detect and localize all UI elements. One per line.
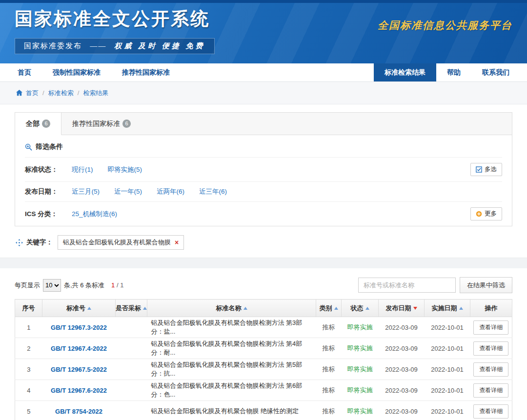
standard-code-link[interactable]: GB/T 12967.6-2022 <box>51 387 107 394</box>
filter-row-ics: ICS 分类： 25_机械制造(6) 更多 <box>25 201 502 226</box>
tagline: 权威 及时 便捷 免费 <box>114 42 205 50</box>
keyword-label: 关键字： <box>26 238 53 247</box>
table-row: 3 GB/T 12967.5-2022 铝及铝合金阳极氧化膜及有机聚合物膜检测方… <box>15 359 512 380</box>
filter-option-ics-25[interactable]: 25_机械制造(6) <box>72 210 117 219</box>
status-cell: 即将实施 <box>342 359 379 380</box>
col-header-code[interactable]: 标准号 <box>42 300 116 317</box>
filter-label-status: 标准状态： <box>25 165 72 174</box>
breadcrumb-separator: / <box>78 89 80 97</box>
publisher-text: 国家标准委发布 <box>24 41 82 50</box>
filter-option-1year[interactable]: 近一年(5) <box>114 187 142 196</box>
status-cell: 即将实施 <box>342 401 379 420</box>
table-row: 1 GB/T 12967.3-2022 铝及铝合金阳极氧化膜及有机聚合物膜检测方… <box>15 317 512 338</box>
per-page-prefix: 每页显示 <box>15 281 40 290</box>
nav-item-recommended-standards[interactable]: 推荐性国家标准 <box>111 63 181 81</box>
breadcrumb-current: 检索结果 <box>83 89 108 98</box>
check-square-icon <box>476 166 482 173</box>
standard-code-link[interactable]: GB/T 12967.4-2022 <box>51 345 107 352</box>
publish-date-cell: 2022-03-09 <box>379 338 425 359</box>
view-detail-button[interactable]: 查看详细 <box>473 362 508 377</box>
row-index: 3 <box>15 359 42 380</box>
sort-up-icon <box>243 307 247 310</box>
home-icon <box>16 89 23 97</box>
view-detail-button[interactable]: 查看详细 <box>473 383 508 398</box>
filter-label-publish-date: 发布日期： <box>25 187 72 196</box>
breadcrumb-separator: / <box>42 89 44 97</box>
breadcrumb: 首页 / 标准检索 / 检索结果 <box>0 82 527 104</box>
filter-option-2years[interactable]: 近两年(6) <box>157 187 184 196</box>
publisher-box: 国家标准委发布 —— 权威 及时 便捷 免费 <box>15 38 215 54</box>
standard-name-cell: 铝及铝合金阳极氧化膜及有机聚合物膜检测方法 第6部分：色... <box>147 380 316 401</box>
filter-option-3years[interactable]: 近三年(6) <box>199 187 227 196</box>
tab-all[interactable]: 全部 6 <box>15 113 61 135</box>
main-nav: 首页 强制性国家标准 推荐性国家标准 标准检索结果 帮助 联系我们 <box>0 63 527 82</box>
row-index: 5 <box>15 401 42 420</box>
keyword-remove-icon[interactable]: × <box>175 239 179 246</box>
nav-item-home[interactable]: 首页 <box>7 63 42 81</box>
nav-item-search-results[interactable]: 标准检索结果 <box>374 63 436 81</box>
status-cell: 即将实施 <box>342 317 379 338</box>
tab-count-badge: 6 <box>42 120 50 128</box>
nav-item-contact[interactable]: 联系我们 <box>471 63 520 81</box>
filter-label-ics: ICS 分类： <box>25 210 72 219</box>
row-index: 2 <box>15 338 42 359</box>
filter-card: 全部 6 推荐性国家标准 6 筛选条件 标准状态： 现行(1) 即将实施(5) <box>15 112 512 226</box>
adopt-cell <box>116 338 147 359</box>
view-detail-button[interactable]: 查看详细 <box>473 320 508 335</box>
filter-option-upcoming[interactable]: 即将实施(5) <box>108 165 142 174</box>
result-search-input[interactable] <box>358 278 456 293</box>
category-cell: 推标 <box>316 338 342 359</box>
multi-select-button[interactable]: 多选 <box>470 163 502 176</box>
tab-strip: 全部 6 推荐性国家标准 6 <box>15 113 512 135</box>
impl-date-cell: 2022-10-01 <box>425 359 470 380</box>
col-header-category[interactable]: 类别 <box>316 300 342 317</box>
filter-conditions-title: 筛选条件 <box>15 135 512 157</box>
sort-up-icon <box>143 307 147 310</box>
category-cell: 推标 <box>316 380 342 401</box>
view-detail-button[interactable]: 查看详细 <box>473 341 508 356</box>
status-cell: 即将实施 <box>342 338 379 359</box>
col-header-publish-date[interactable]: 发布日期 <box>379 300 425 317</box>
sort-up-icon <box>365 307 369 310</box>
col-header-action: 操作 <box>470 300 512 317</box>
publish-date-cell: 2022-03-09 <box>379 380 425 401</box>
page-indicator: 1 / 1 <box>111 281 123 289</box>
filter-search-icon <box>25 143 32 151</box>
view-detail-button[interactable]: 查看详细 <box>473 404 508 419</box>
filter-in-results-button[interactable]: 在结果中筛选 <box>460 277 512 293</box>
keyword-tag: 铝及铝合金阳极氧化膜及有机聚合物膜 × <box>58 235 184 250</box>
col-header-adopt[interactable]: 是否采标 <box>116 300 147 317</box>
table-header-row: 序号 标准号 是否采标 标准名称 类别 状态 发布日期 实施日期 操作 <box>15 300 512 317</box>
adopt-cell <box>116 401 147 420</box>
standard-code-link[interactable]: GB/T 8754-2022 <box>55 408 102 415</box>
row-index: 1 <box>15 317 42 338</box>
breadcrumb-home[interactable]: 首页 <box>26 89 39 98</box>
sort-up-icon <box>459 307 463 310</box>
col-header-name[interactable]: 标准名称 <box>147 300 316 317</box>
results-section: 每页显示 10 条,共 6 条标准 1 / 1 在结果中筛选 序号 标准号 <box>0 277 527 420</box>
impl-date-cell: 2022-10-01 <box>425 338 470 359</box>
filter-option-current[interactable]: 现行(1) <box>72 165 93 174</box>
standard-code-link[interactable]: GB/T 12967.5-2022 <box>51 366 107 373</box>
sort-up-icon <box>87 307 91 310</box>
breadcrumb-search[interactable]: 标准检索 <box>48 89 74 98</box>
tab-recommended[interactable]: 推荐性国家标准 6 <box>61 113 142 135</box>
nav-item-mandatory-standards[interactable]: 强制性国家标准 <box>42 63 111 81</box>
col-header-impl-date[interactable]: 实施日期 <box>425 300 470 317</box>
filter-option-3months[interactable]: 近三月(5) <box>72 187 100 196</box>
per-page-suffix: 条,共 6 条标准 <box>64 281 104 290</box>
header-banner: 国家标准全文公开系统 全国标准信息公共服务平台 国家标准委发布 —— 权威 及时… <box>0 0 527 63</box>
nav-item-help[interactable]: 帮助 <box>436 63 471 81</box>
tab-label: 全部 <box>26 120 40 128</box>
standard-name-cell: 铝及铝合金阳极氧化膜及有机聚合物膜 绝缘性的测定 <box>147 401 316 420</box>
filter-row-publish-date: 发布日期： 近三月(5) 近一年(5) 近两年(6) 近三年(6) <box>25 181 502 201</box>
standard-code-link[interactable]: GB/T 12967.3-2022 <box>51 324 107 331</box>
more-button[interactable]: 更多 <box>470 207 502 220</box>
per-page-select[interactable]: 10 <box>43 279 61 292</box>
filter-row-status: 标准状态： 现行(1) 即将实施(5) 多选 <box>25 157 502 181</box>
table-row: 5 GB/T 8754-2022 铝及铝合金阳极氧化膜及有机聚合物膜 绝缘性的测… <box>15 401 512 420</box>
impl-date-cell: 2022-10-01 <box>425 401 470 420</box>
sort-up-icon <box>334 307 338 310</box>
col-header-status[interactable]: 状态 <box>342 300 379 317</box>
circle-plus-icon <box>476 211 482 217</box>
